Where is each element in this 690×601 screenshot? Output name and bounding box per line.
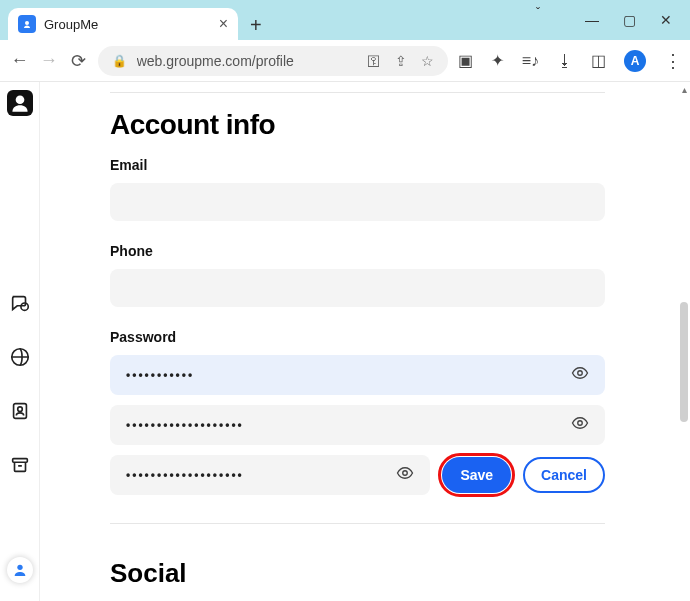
omnibox-actions: ⚿ ⇪ ☆: [367, 53, 434, 69]
archive-icon[interactable]: [9, 454, 31, 480]
confirm-password-field[interactable]: •••••••••••••••••••: [110, 455, 430, 495]
confirm-password-row: ••••••••••••••••••• Save Cancel: [110, 455, 605, 495]
back-button[interactable]: ←: [10, 50, 29, 71]
groupme-logo-icon[interactable]: [7, 90, 33, 116]
svg-point-10: [403, 471, 408, 476]
svg-point-2: [20, 303, 27, 310]
forward-button[interactable]: →: [39, 50, 58, 71]
tab-title: GroupMe: [44, 17, 98, 32]
reading-list-icon[interactable]: ≡♪: [522, 52, 539, 70]
maximize-button[interactable]: ▢: [623, 12, 636, 28]
close-window-button[interactable]: ✕: [660, 12, 672, 28]
window-controls: — ▢ ✕: [585, 0, 682, 40]
screenshot-icon[interactable]: ▣: [458, 51, 473, 70]
password-mask: •••••••••••••••••••: [126, 468, 244, 482]
chats-icon[interactable]: [9, 292, 31, 318]
discover-icon[interactable]: [9, 346, 31, 372]
sidepanel-icon[interactable]: ◫: [591, 51, 606, 70]
share-icon[interactable]: ⇪: [395, 53, 407, 69]
top-divider: [110, 92, 605, 93]
svg-point-8: [578, 371, 583, 376]
new-password-field[interactable]: •••••••••••••••••••: [110, 405, 605, 445]
svg-point-7: [17, 565, 22, 570]
profile-page: ▴ Account info Email Phone Password ••••…: [40, 82, 690, 601]
extensions-icon[interactable]: ✦: [491, 51, 504, 70]
content-area: ▴ Account info Email Phone Password ••••…: [0, 82, 690, 601]
password-mask: •••••••••••: [126, 368, 194, 382]
svg-point-1: [15, 95, 24, 104]
groupme-favicon-icon: [18, 15, 36, 33]
password-label: Password: [110, 329, 650, 345]
toggle-visibility-icon[interactable]: [571, 364, 589, 386]
svg-point-9: [578, 421, 583, 426]
browser-titlebar: GroupMe × + ˇ — ▢ ✕: [0, 0, 690, 40]
minimize-button[interactable]: —: [585, 12, 599, 28]
toggle-visibility-icon[interactable]: [396, 464, 414, 486]
toolbar-extensions: ▣ ✦ ≡♪ ⭳ ◫ A ⋮: [458, 50, 680, 72]
toggle-visibility-icon[interactable]: [571, 414, 589, 436]
save-button[interactable]: Save: [442, 457, 511, 493]
profile-avatar[interactable]: A: [624, 50, 646, 72]
contacts-icon[interactable]: [9, 400, 31, 426]
browser-tab[interactable]: GroupMe ×: [8, 8, 238, 40]
email-field[interactable]: [110, 183, 605, 221]
cancel-button[interactable]: Cancel: [523, 457, 605, 493]
star-icon[interactable]: ☆: [421, 53, 434, 69]
downloads-icon[interactable]: ⭳: [557, 52, 573, 70]
email-label: Email: [110, 157, 650, 173]
scrollbar-thumb[interactable]: [680, 302, 688, 422]
address-bar[interactable]: 🔒 web.groupme.com/profile ⚿ ⇪ ☆: [98, 46, 448, 76]
close-tab-icon[interactable]: ×: [219, 15, 228, 33]
phone-field[interactable]: [110, 269, 605, 307]
current-password-field[interactable]: •••••••••••: [110, 355, 605, 395]
phone-label: Phone: [110, 243, 650, 259]
app-left-rail: [0, 82, 40, 601]
scroll-up-arrow-icon[interactable]: ▴: [682, 84, 687, 95]
svg-rect-6: [12, 459, 27, 463]
new-tab-button[interactable]: +: [250, 14, 262, 37]
key-icon[interactable]: ⚿: [367, 53, 381, 69]
svg-point-0: [25, 21, 29, 25]
account-bubble-icon[interactable]: [7, 557, 33, 583]
menu-icon[interactable]: ⋮: [664, 50, 680, 72]
lock-icon: 🔒: [112, 54, 127, 68]
account-info-heading: Account info: [110, 109, 650, 141]
reload-button[interactable]: ⟳: [68, 50, 87, 72]
svg-point-5: [17, 407, 22, 412]
browser-toolbar: ← → ⟳ 🔒 web.groupme.com/profile ⚿ ⇪ ☆ ▣ …: [0, 40, 690, 82]
password-mask: •••••••••••••••••••: [126, 418, 244, 432]
tab-dropdown-icon[interactable]: ˇ: [536, 6, 540, 20]
social-heading: Social: [110, 558, 650, 589]
mid-divider: [110, 523, 605, 524]
url-text: web.groupme.com/profile: [137, 53, 357, 69]
